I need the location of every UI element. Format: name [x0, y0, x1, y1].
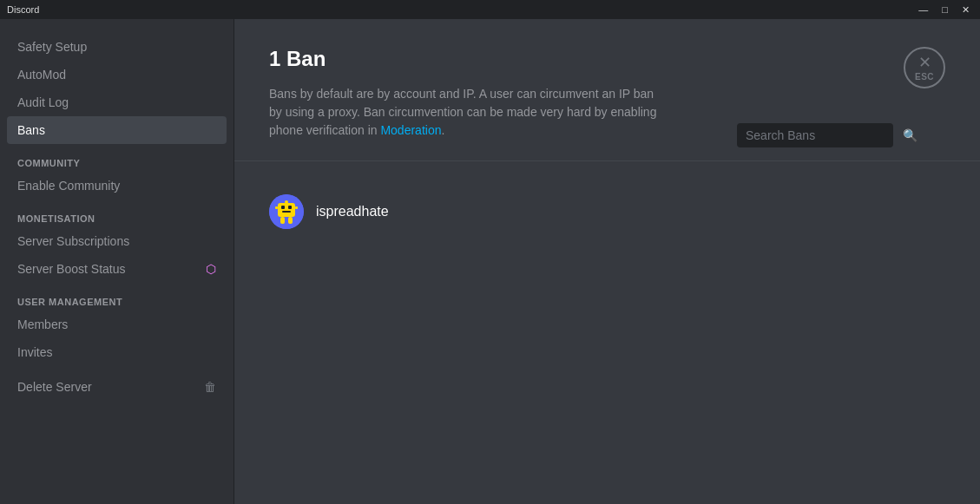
sidebar-item-delete-server[interactable]: Delete Server 🗑: [7, 373, 227, 401]
svg-rect-9: [288, 217, 293, 224]
ban-username: ispreadhate: [316, 204, 389, 219]
main-content: ✕ ESC 1 Ban Bans by default are by accou…: [234, 19, 980, 504]
sidebar-item-label: AutoMod: [17, 68, 66, 82]
sidebar-item-label: Audit Log: [17, 95, 69, 109]
page-title: 1 Ban: [269, 47, 945, 71]
close-button[interactable]: ✕ ESC: [904, 47, 945, 88]
minimize-button[interactable]: —: [915, 3, 931, 17]
sidebar-item-safety-setup[interactable]: Safety Setup: [7, 33, 227, 61]
svg-rect-7: [295, 206, 298, 209]
sidebar-item-label: Server Boost Status: [17, 262, 126, 276]
svg-rect-6: [275, 206, 278, 209]
ban-list: ispreadhate: [269, 182, 945, 241]
sidebar-item-server-boost-status[interactable]: Server Boost Status ⬡: [7, 255, 227, 283]
sidebar-item-enable-community[interactable]: Enable Community: [7, 172, 227, 200]
app-body: Safety Setup AutoMod Audit Log Bans Comm…: [0, 19, 980, 504]
sidebar-item-label: Server Subscriptions: [17, 234, 129, 248]
table-row: ispreadhate: [269, 182, 945, 241]
close-window-button[interactable]: ✕: [958, 3, 973, 17]
boost-icon: ⬡: [206, 262, 216, 276]
description-part1: Bans by default are by account and IP. A…: [269, 87, 656, 137]
description-text: Bans by default are by account and IP. A…: [269, 85, 668, 140]
search-input[interactable]: [746, 128, 898, 142]
sidebar-item-bans[interactable]: Bans: [7, 116, 227, 144]
sidebar-item-invites[interactable]: Invites: [7, 338, 227, 366]
svg-rect-8: [280, 217, 285, 224]
titlebar: Discord — □ ✕: [0, 0, 980, 19]
svg-rect-4: [282, 211, 291, 213]
sidebar-item-label: Delete Server: [17, 380, 92, 394]
close-icon: ✕: [918, 55, 931, 70]
app-title: Discord: [7, 4, 39, 15]
sidebar: Safety Setup AutoMod Audit Log Bans Comm…: [0, 19, 234, 504]
search-bar: 🔍: [737, 123, 893, 147]
svg-rect-2: [281, 206, 285, 209]
sidebar-item-label: Members: [17, 317, 68, 331]
sidebar-item-server-subscriptions[interactable]: Server Subscriptions: [7, 227, 227, 255]
trash-icon: 🗑: [204, 380, 216, 394]
close-label: ESC: [915, 72, 934, 82]
sidebar-item-automod[interactable]: AutoMod: [7, 61, 227, 88]
search-icon: 🔍: [903, 128, 918, 142]
svg-rect-3: [288, 206, 292, 209]
sidebar-item-label: Enable Community: [17, 179, 120, 193]
sidebar-section-community: Community: [7, 144, 227, 172]
maximize-button[interactable]: □: [938, 3, 951, 17]
sidebar-item-members[interactable]: Members: [7, 311, 227, 338]
sidebar-section-user-management: User Management: [7, 283, 227, 311]
sidebar-item-label: Bans: [17, 123, 45, 137]
avatar: [269, 194, 304, 229]
svg-rect-1: [278, 203, 295, 217]
sidebar-item-label: Safety Setup: [17, 40, 87, 54]
sidebar-item-audit-log[interactable]: Audit Log: [7, 88, 227, 116]
description-part2: .: [441, 123, 444, 137]
svg-rect-5: [285, 200, 288, 204]
moderation-link[interactable]: Moderation: [380, 123, 441, 137]
sidebar-section-monetisation: Monetisation: [7, 200, 227, 227]
window-controls: — □ ✕: [915, 3, 973, 17]
sidebar-item-label: Invites: [17, 345, 52, 359]
divider: [234, 160, 980, 161]
